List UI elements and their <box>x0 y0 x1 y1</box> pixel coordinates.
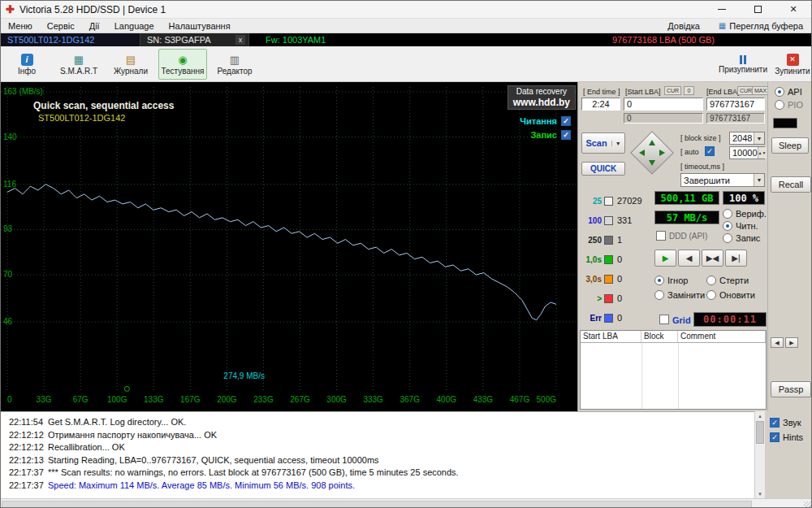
counter-value: 0 <box>617 313 622 323</box>
step-back-button[interactable]: ◀ <box>678 250 700 267</box>
grid-checkbox[interactable] <box>659 315 669 324</box>
device-serial-tab[interactable]: SN: S3PGAFPA x <box>140 33 249 46</box>
block-size-combo[interactable]: 2048▼ <box>729 132 765 145</box>
mode-radio[interactable]: Вериф. <box>723 209 767 219</box>
close-button[interactable]: ✕ <box>775 1 811 18</box>
app-icon: ✚ <box>6 3 15 15</box>
legend-label: Читання <box>520 116 557 126</box>
chevron-down-icon: ▼ <box>611 141 621 146</box>
jump-start-button[interactable]: ▶◀ <box>702 250 723 267</box>
log-time: 22:11:54 <box>1 417 48 429</box>
menu-item[interactable]: Налаштування <box>162 21 238 31</box>
legend-checkbox[interactable] <box>561 130 571 140</box>
hscrollbar-thumb[interactable] <box>2 501 752 508</box>
scan-button[interactable]: Scan▼ <box>581 132 625 154</box>
counter-value: 0 <box>617 293 622 303</box>
grid-label: Grid <box>672 315 691 325</box>
recall-button[interactable]: Recall <box>771 176 811 193</box>
action-radio[interactable]: Ігнор <box>654 276 688 285</box>
seek-right-icon <box>659 150 665 156</box>
log-line: 22:12:13Starting Reading, LBA=0..9767731… <box>1 455 379 467</box>
ddd-checkbox[interactable] <box>656 231 666 241</box>
minimize-button[interactable] <box>704 1 740 18</box>
radio-dot-icon <box>706 276 716 285</box>
log-line: 22:17:37*** Scan results: no warnings, n… <box>1 467 459 480</box>
api-label: API <box>788 87 802 97</box>
defects-table[interactable]: Start LBABlockComment <box>580 330 767 410</box>
auto-checkbox[interactable] <box>705 146 715 156</box>
table-prev-button[interactable]: ◀ <box>771 337 784 348</box>
toolbar: iІнфо▦S.M.A.R.T▤Журнали◉Тестування▥Редак… <box>1 46 811 82</box>
device-bar: ST500LT012-1DG142 SN: S3PGAFPA x Fw: 100… <box>1 33 811 46</box>
window-title: Victoria 5.28 HDD/SSD | Device 1 <box>19 4 166 15</box>
maximize-button[interactable] <box>740 1 775 18</box>
start-lba-cur-button[interactable]: CUR <box>664 86 681 95</box>
pio-radio[interactable]: PIO <box>775 100 803 110</box>
close-tab-icon[interactable]: x <box>235 35 245 45</box>
mode-radio[interactable]: Запис <box>723 233 760 243</box>
toolbar-button-label: Редактор <box>217 67 252 76</box>
svg-text:116: 116 <box>3 180 16 189</box>
log-time: 22:17:37 <box>1 480 48 493</box>
table-header-cell: Block <box>641 331 678 342</box>
sleep-button[interactable]: Sleep <box>771 137 809 154</box>
scrollbar-thumb[interactable] <box>756 421 764 444</box>
toolbar-smart-button[interactable]: ▦S.M.A.R.T <box>54 49 103 80</box>
mode-radio[interactable]: Читн. <box>723 221 758 231</box>
svg-text:0: 0 <box>7 395 12 404</box>
sound-checkbox-row[interactable]: Звук <box>770 418 801 428</box>
action-radio[interactable]: Замінити <box>654 290 705 300</box>
toolbar-editor-button[interactable]: ▥Редактор <box>210 49 259 80</box>
menu-item[interactable]: Дії <box>82 21 107 31</box>
maximize-icon <box>754 6 762 13</box>
hints-checkbox[interactable] <box>770 432 780 442</box>
horizontal-scrollbar[interactable] <box>1 498 812 508</box>
pause-button[interactable]: Призупинити <box>714 49 772 80</box>
log-window[interactable]: 22:11:54Get S.M.A.R.T. Log directory... … <box>1 411 754 498</box>
api-radio[interactable]: API <box>775 87 802 97</box>
action-radio[interactable]: Оновити <box>706 290 755 300</box>
buffer-view-icon: ▦ <box>719 21 726 30</box>
pause-label: Призупинити <box>719 65 767 74</box>
buffer-view-toggle[interactable]: ▦ Перегляд буфера <box>719 21 803 31</box>
end-lba-max-button[interactable]: MAX <box>752 86 769 95</box>
end-time-label: [ End time ] <box>583 88 620 96</box>
quick-button[interactable]: QUICK <box>581 162 625 176</box>
menu-item[interactable]: Language <box>107 21 162 31</box>
start-lba-zero-button[interactable]: 0 <box>684 86 694 95</box>
radio-dot-icon <box>654 276 664 285</box>
toolbar-testing-button[interactable]: ◉Тестування <box>158 49 207 80</box>
scroll-up-icon[interactable]: ▲ <box>755 411 765 420</box>
log-scrollbar[interactable]: ▲ ▼ <box>754 411 765 498</box>
playback-controls: ▶◀▶◀▶| <box>654 250 747 267</box>
smart-icon: ▦ <box>71 53 86 66</box>
finish-action-combo[interactable]: Завершити▼ <box>680 173 765 187</box>
defects-table-header: Start LBABlockComment <box>581 331 766 343</box>
table-next-button[interactable]: ▶ <box>785 337 798 348</box>
stop-button[interactable]: ✕ Зупинити <box>774 49 811 80</box>
hints-label: Hints <box>783 432 803 442</box>
menu-item[interactable]: Меню <box>1 21 40 31</box>
start-lba-input[interactable]: 0 <box>624 98 703 111</box>
hints-checkbox-row[interactable]: Hints <box>770 432 803 442</box>
action-radio[interactable]: Стерти <box>706 276 749 285</box>
menu-help[interactable]: Довідка <box>660 21 707 31</box>
seek-pad[interactable] <box>628 129 676 176</box>
resize-grip[interactable] <box>804 501 811 508</box>
end-lba-input[interactable]: 976773167 <box>706 98 765 111</box>
legend-checkbox[interactable] <box>561 116 571 126</box>
menu-item[interactable]: Сервіс <box>40 21 82 31</box>
timeout-spinner[interactable]: 10000▲▼ <box>729 146 765 159</box>
scroll-down-icon[interactable]: ▼ <box>755 489 765 498</box>
passp-button[interactable]: Passp <box>771 381 811 397</box>
counter-row: >0 <box>580 289 653 308</box>
jump-end-button[interactable]: ▶| <box>725 250 747 267</box>
log-line: 22:11:54Get S.M.A.R.T. Log directory... … <box>1 417 186 429</box>
counter-value: 1 <box>617 235 622 245</box>
action-radio-label: Стерти <box>719 276 749 285</box>
toolbar-journals-button[interactable]: ▤Журнали <box>106 49 155 80</box>
play-button[interactable]: ▶ <box>654 250 676 267</box>
toolbar-info-button[interactable]: iІнфо <box>2 49 51 80</box>
sound-checkbox[interactable] <box>770 418 780 428</box>
device-model-tab[interactable]: ST500LT012-1DG142 <box>1 33 140 46</box>
